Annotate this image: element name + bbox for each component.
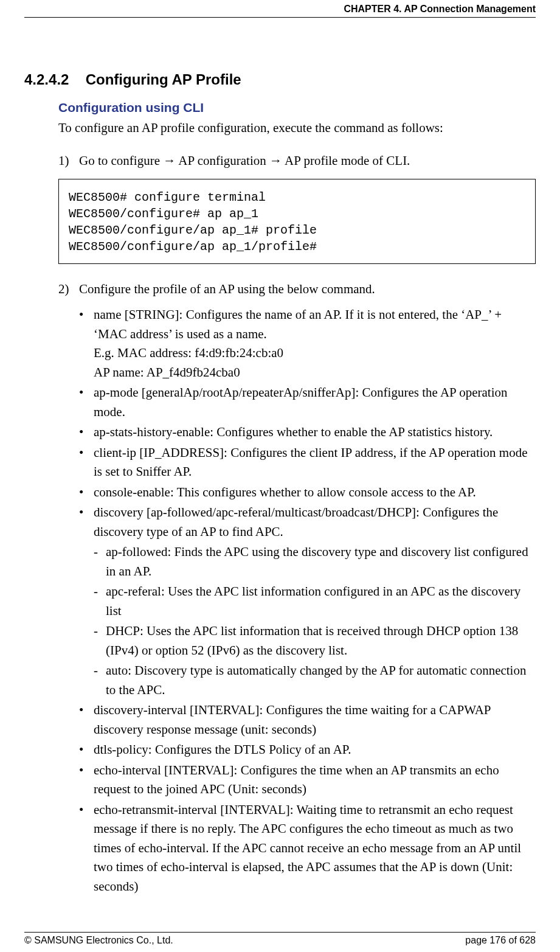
section-heading: 4.2.4.2 Configuring AP Profile — [24, 71, 536, 88]
intro-paragraph: To configure an AP profile configuration… — [58, 119, 536, 137]
section-number: 4.2.4.2 — [24, 71, 69, 88]
footer-rule — [24, 932, 536, 933]
list-item: dtls-policy: Configures the DTLS Policy … — [79, 740, 536, 760]
list-item: client-ip [IP_ADDRESS]: Configures the c… — [79, 443, 536, 482]
list-sub: AP name: AP_f4d9fb24cba0 — [94, 363, 536, 383]
list-item: ap-followed: Finds the APC using the dis… — [94, 543, 536, 581]
list-item-text: ap-mode [generalAp/rootAp/repeaterAp/sni… — [94, 385, 508, 419]
step-1: 1)Go to configure → AP configuration → A… — [58, 151, 536, 170]
list-item-text: discovery [ap-followed/apc-referal/multi… — [94, 505, 498, 539]
list-item-text: client-ip [IP_ADDRESS]: Configures the c… — [94, 445, 528, 479]
list-item-text: dtls-policy: Configures the DTLS Policy … — [94, 742, 351, 757]
list-item: discovery-interval [INTERVAL]: Configure… — [79, 701, 536, 739]
list-item: ap-stats-history-enable: Configures whet… — [79, 423, 536, 442]
list-item-text: ap-stats-history-enable: Configures whet… — [94, 425, 493, 439]
list-item: echo-retransmit-interval [INTERVAL]: Wai… — [79, 801, 536, 897]
step-2-number: 2) — [58, 280, 79, 298]
list-item-text: discovery-interval [INTERVAL]: Configure… — [94, 703, 491, 737]
list-item-text: name [STRING]: Configures the name of an… — [94, 307, 502, 341]
page-footer: © SAMSUNG Electronics Co., Ltd. page 176… — [24, 932, 536, 946]
step-2: 2)Configure the profile of an AP using t… — [58, 280, 536, 298]
list-item: ap-mode [generalAp/rootAp/repeaterAp/sni… — [79, 383, 536, 422]
sub-heading: Configuration using CLI — [58, 100, 536, 115]
list-item: apc-referal: Uses the APC list informati… — [94, 582, 536, 620]
step-1-text-b: AP configuration — [176, 153, 269, 168]
list-item: echo-interval [INTERVAL]: Configures the… — [79, 761, 536, 799]
step-1-number: 1) — [58, 151, 79, 170]
arrow-icon: → — [269, 153, 282, 167]
list-item-text: echo-interval [INTERVAL]: Configures the… — [94, 763, 499, 797]
dash-list: ap-followed: Finds the APC using the dis… — [94, 543, 536, 700]
step-1-text-c: AP profile mode of CLI. — [282, 153, 410, 168]
section-title: Configuring AP Profile — [86, 71, 241, 88]
page-number: page 176 of 628 — [465, 935, 536, 946]
list-item-text: echo-retransmit-interval [INTERVAL]: Wai… — [94, 802, 521, 894]
step-1-text-a: Go to configure — [79, 153, 163, 168]
list-item: DHCP: Uses the APC list information that… — [94, 622, 536, 660]
code-block: WEC8500# configure terminal WEC8500/conf… — [58, 179, 536, 264]
list-item: discovery [ap-followed/apc-referal/multi… — [79, 503, 536, 700]
arrow-icon: → — [163, 153, 176, 167]
list-item-text: ap-followed: Finds the APC using the dis… — [106, 544, 528, 578]
list-item: name [STRING]: Configures the name of an… — [79, 305, 536, 382]
page-header: CHAPTER 4. AP Connection Management — [24, 0, 536, 15]
list-item: auto: Discovery type is automatically ch… — [94, 661, 536, 700]
list-item: console-enable: This configures whether … — [79, 483, 536, 502]
chapter-title: CHAPTER 4. AP Connection Management — [344, 4, 536, 14]
bullet-list: name [STRING]: Configures the name of an… — [58, 305, 536, 896]
list-item-text: apc-referal: Uses the APC list informati… — [106, 584, 520, 618]
list-item-text: auto: Discovery type is automatically ch… — [106, 663, 526, 697]
list-sub: E.g. MAC address: f4:d9:fb:24:cb:a0 — [94, 344, 536, 363]
step-2-text: Configure the profile of an AP using the… — [79, 282, 375, 296]
list-item-text: console-enable: This configures whether … — [94, 485, 476, 499]
copyright: © SAMSUNG Electronics Co., Ltd. — [24, 935, 173, 946]
list-item-text: DHCP: Uses the APC list information that… — [106, 624, 518, 658]
